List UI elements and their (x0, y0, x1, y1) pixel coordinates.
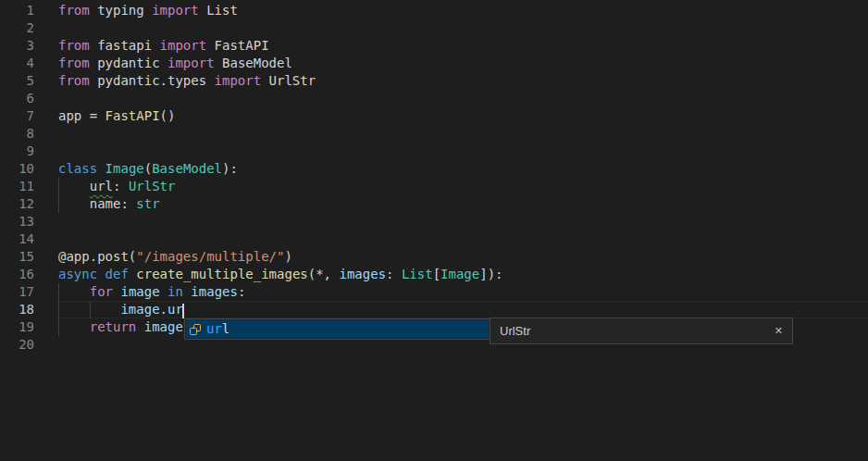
line-number[interactable]: 2 (0, 19, 34, 37)
code-line[interactable]: app = FastAPI() (58, 107, 175, 125)
code-token: from (58, 3, 90, 18)
code-token: pydantic.types (90, 73, 215, 88)
code-token: FastAPI (105, 108, 160, 123)
code-token (58, 284, 90, 299)
line-number[interactable]: 12 (0, 195, 34, 213)
suggest-label-rest: l (222, 321, 229, 336)
code-token: ) (284, 249, 291, 264)
code-line[interactable]: for image in images: (58, 283, 245, 301)
code-token: () (160, 108, 176, 123)
code-token: str (136, 196, 159, 211)
line-number[interactable]: 6 (0, 90, 34, 107)
code-token: def (105, 267, 129, 281)
line-number[interactable]: 7 (0, 107, 34, 125)
code-token: url (90, 179, 113, 193)
code-line[interactable]: image.ur (58, 301, 184, 318)
code-token: Image (105, 161, 144, 176)
code-line[interactable]: from pydantic import BaseModel (58, 55, 292, 72)
line-number[interactable]: 19 (0, 318, 34, 336)
suggest-details-text: UrlStr (500, 322, 530, 340)
code-token: name: (58, 196, 136, 211)
code-line[interactable]: async def create_multiple_images(*, imag… (58, 266, 503, 283)
code-token: import (152, 3, 199, 18)
code-token: image (120, 302, 159, 317)
code-token: fastapi (90, 38, 160, 53)
code-token: typing (90, 3, 152, 18)
code-token: (*, (308, 267, 340, 281)
line-number[interactable]: 1 (0, 2, 34, 19)
line-number[interactable]: 9 (0, 143, 34, 160)
line-number[interactable]: 13 (0, 213, 34, 230)
code-token: in (167, 284, 183, 299)
suggest-label: url (206, 320, 229, 338)
code-line[interactable]: from pydantic.types import UrlStr (58, 72, 316, 90)
code-token: import (160, 38, 207, 53)
line-number[interactable]: 15 (0, 248, 34, 266)
line-number[interactable]: 17 (0, 283, 34, 301)
code-token: for (90, 284, 113, 299)
code-token (58, 302, 120, 317)
code-token: BaseModel (215, 56, 292, 70)
line-number[interactable]: 5 (0, 72, 34, 90)
code-token: FastAPI (206, 38, 268, 53)
code-token: return (90, 319, 137, 334)
editor[interactable]: 1from typing import List23from fastapi i… (0, 0, 868, 461)
code-token: app = (58, 108, 105, 123)
code-token: ( (144, 161, 152, 176)
code-token: : (386, 267, 402, 281)
code-line[interactable]: @app.post("/images/multiple/") (58, 248, 292, 266)
code-line[interactable]: class Image(BaseModel): (58, 160, 238, 178)
code-token: import (215, 73, 262, 88)
code-token: "/images/multiple/" (136, 249, 284, 264)
line-number[interactable]: 18 (0, 301, 34, 318)
code-token: images (339, 267, 386, 281)
code-token: [ (433, 267, 440, 281)
line-number[interactable]: 20 (0, 336, 34, 354)
code-token: . (160, 302, 167, 317)
code-token: ]): (479, 267, 502, 281)
code-token (160, 284, 167, 299)
code-token: class (58, 161, 97, 176)
code-token: images (191, 284, 238, 299)
code-line[interactable]: return image (58, 318, 183, 336)
code-token: image (144, 319, 183, 334)
code-token: UrlStr (129, 179, 176, 193)
code-line[interactable]: from typing import List (58, 2, 238, 19)
line-number[interactable]: 4 (0, 55, 34, 72)
code-token (58, 319, 90, 334)
code-line[interactable]: name: str (58, 195, 160, 213)
code-token: Image (440, 267, 479, 281)
code-token: import (167, 56, 215, 70)
code-token: : (238, 284, 245, 299)
line-number[interactable]: 8 (0, 125, 34, 143)
line-number[interactable]: 11 (0, 178, 34, 195)
code-token (136, 319, 143, 334)
line-number[interactable]: 3 (0, 37, 34, 55)
line-number[interactable]: 10 (0, 160, 34, 178)
code-token: from (58, 73, 90, 88)
suggest-widget: url (184, 318, 490, 340)
line-number[interactable]: 16 (0, 266, 34, 283)
code-token: from (58, 56, 90, 70)
code-token (58, 179, 90, 193)
code-token: create_multiple_images (136, 267, 307, 281)
code-token: ): (222, 161, 238, 176)
code-token: : (113, 179, 129, 193)
code-token: @app.post( (58, 249, 136, 264)
code-line[interactable]: from fastapi import FastAPI (58, 37, 269, 55)
line-number[interactable]: 14 (0, 230, 34, 248)
code-token: BaseModel (152, 161, 222, 176)
code-token: List (199, 3, 238, 18)
code-token (97, 267, 105, 281)
code-line[interactable]: url: UrlStr (58, 178, 175, 195)
text-cursor (182, 304, 184, 318)
field-icon (188, 322, 203, 337)
code-token: pydantic (90, 56, 167, 70)
code-token (97, 161, 105, 176)
close-icon[interactable]: ✕ (775, 326, 783, 336)
suggest-item-url[interactable]: url (186, 320, 489, 338)
code-token: UrlStr (261, 73, 316, 88)
code-token: async (58, 267, 97, 281)
code-token: List (402, 267, 433, 281)
code-token: from (58, 38, 90, 53)
